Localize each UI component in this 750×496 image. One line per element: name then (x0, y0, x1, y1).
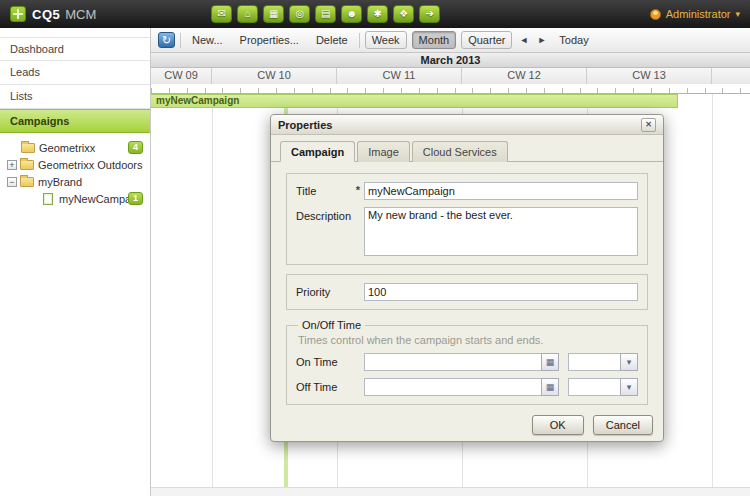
top-bar: CQ5 MCM ✉ ⌂ ▦ ◎ ▤ ☻ ✱ ❖ ➔ Administrator … (0, 0, 750, 28)
tools-icon[interactable]: ✱ (367, 5, 388, 23)
toolbar-separator (359, 33, 360, 48)
sidebar-item-campaigns[interactable]: Campaigns (0, 109, 150, 133)
tree-node-label: myBrand (38, 176, 82, 188)
priority-label: Priority (296, 283, 352, 298)
tree-node-label: Geometrixx Outdoors (38, 159, 143, 171)
tab-campaign[interactable]: Campaign (280, 141, 355, 162)
week-header: CW 13 (587, 68, 712, 84)
dialog-title: Properties (278, 119, 332, 131)
user-icon (650, 9, 661, 20)
assets-icon[interactable]: ▦ (263, 5, 284, 23)
workflow-icon[interactable]: ➔ (419, 5, 440, 23)
description-field-row: Description * My new brand - the best ev… (296, 207, 638, 256)
properties-dialog: Properties ✕ Campaign Image Cloud Servic… (270, 114, 664, 442)
tab-cloud-services[interactable]: Cloud Services (412, 141, 508, 162)
calendar-trigger-icon[interactable]: ▦ (541, 353, 559, 371)
today-button[interactable]: Today (553, 31, 594, 49)
tree-node-mybrand[interactable]: − myBrand (0, 173, 146, 190)
ontime-label: On Time (296, 353, 352, 368)
required-marker: * (352, 182, 364, 196)
offtime-date-field: ▦ (364, 378, 559, 396)
ontime-time-input[interactable] (568, 353, 620, 371)
refresh-icon[interactable]: ↻ (158, 32, 175, 48)
expand-icon[interactable]: + (7, 160, 17, 170)
prev-period-button[interactable]: ◄ (517, 33, 530, 47)
calendar-toolbar: ↻ New... Properties... Delete Week Month… (151, 28, 750, 53)
campaigns-icon[interactable]: ◎ (289, 5, 310, 23)
offtime-time-input[interactable] (568, 378, 620, 396)
new-button[interactable]: New... (186, 31, 229, 49)
count-badge: 4 (128, 141, 143, 154)
sidebar-item-lists[interactable]: Lists (0, 85, 150, 109)
ok-button[interactable]: OK (532, 415, 584, 435)
ontime-date-input[interactable] (364, 353, 541, 371)
week-header: CW 12 (462, 68, 587, 84)
toolbar-separator (180, 33, 181, 48)
quarter-button[interactable]: Quarter (461, 31, 512, 49)
offtime-date-input[interactable] (364, 378, 541, 396)
collapse-icon[interactable]: − (7, 177, 17, 187)
tree-node-geometrixx[interactable]: Geometrixx 4 (0, 139, 146, 156)
tree-node-label: myNewCampaign (59, 193, 128, 205)
brand-name: CQ5 (32, 7, 60, 22)
day-tick-ruler (151, 84, 750, 94)
campaign-doc-icon (43, 193, 53, 205)
offtime-time-combo: ▾ (568, 378, 638, 396)
month-button[interactable]: Month (412, 31, 457, 49)
description-textarea[interactable]: My new brand - the best ever. (364, 207, 638, 256)
folder-icon (21, 143, 35, 153)
week-header: CW 10 (212, 68, 337, 84)
dialog-tabs: Campaign Image Cloud Services (271, 135, 663, 162)
count-badge: 1 (128, 192, 143, 205)
sidebar-item-dashboard[interactable]: Dashboard (0, 37, 150, 61)
grid-line (212, 94, 213, 487)
user-menu[interactable]: Administrator ▾ (650, 8, 740, 20)
folder-icon (20, 160, 34, 170)
reports-icon[interactable]: ▤ (315, 5, 336, 23)
tree-node-geometrixx-outdoors[interactable]: + Geometrixx Outdoors (0, 156, 146, 173)
week-button[interactable]: Week (365, 31, 407, 49)
week-header: CW 11 (337, 68, 462, 84)
chevron-down-icon[interactable]: ▾ (620, 353, 638, 371)
tab-image[interactable]: Image (357, 141, 410, 162)
user-name: Administrator (666, 8, 731, 20)
offtime-field-row: Off Time * ▦ ▾ (296, 378, 638, 396)
chevron-down-icon[interactable]: ▾ (620, 378, 638, 396)
campaign-timeline-bar[interactable]: myNewCampaign (151, 94, 678, 108)
horizontal-scroll-track[interactable] (151, 487, 750, 496)
cancel-button[interactable]: Cancel (593, 415, 653, 435)
dialog-titlebar[interactable]: Properties ✕ (271, 115, 663, 135)
title-field-row: Title * (296, 182, 638, 200)
offtime-label: Off Time (296, 378, 352, 393)
onoff-legend: On/Off Time (298, 319, 365, 331)
ontime-time-combo: ▾ (568, 353, 638, 371)
tree-node-mynewcampaign[interactable]: myNewCampaign 1 (0, 190, 146, 207)
dialog-body: Title * Description * My new brand - the… (271, 162, 663, 405)
properties-button[interactable]: Properties... (234, 31, 305, 49)
title-input[interactable] (364, 182, 638, 200)
description-label: Description (296, 207, 352, 222)
open-folder-icon (20, 177, 34, 187)
next-period-button[interactable]: ► (535, 33, 548, 47)
onoff-time-fieldset: On/Off Time Times control when the campa… (286, 319, 648, 405)
sidebar-item-leads[interactable]: Leads (0, 61, 150, 85)
onoff-hint: Times control when the campaign starts a… (296, 334, 638, 346)
close-icon[interactable]: ✕ (641, 118, 656, 132)
websites-icon[interactable]: ⌂ (237, 5, 258, 23)
priority-input[interactable] (364, 283, 638, 301)
delete-button[interactable]: Delete (310, 31, 354, 49)
priority-fieldgroup: Priority * (286, 274, 648, 310)
campaign-tree: Geometrixx 4 + Geometrixx Outdoors − myB… (0, 133, 150, 207)
tagging-icon[interactable]: ❖ (393, 5, 414, 23)
calendar-trigger-icon[interactable]: ▦ (541, 378, 559, 396)
title-label: Title (296, 182, 352, 197)
ontime-date-field: ▦ (364, 353, 559, 371)
brand-suffix: MCM (65, 7, 96, 22)
inbox-icon[interactable]: ✉ (211, 5, 232, 23)
app-window: CQ5 MCM ✉ ⌂ ▦ ◎ ▤ ☻ ✱ ❖ ➔ Administrator … (0, 0, 750, 496)
users-icon[interactable]: ☻ (341, 5, 362, 23)
grid-line (712, 94, 713, 487)
week-header: CW 09 (151, 68, 212, 84)
ontime-field-row: On Time * ▦ ▾ (296, 353, 638, 371)
week-header-row: CW 09 CW 10 CW 11 CW 12 CW 13 (151, 68, 750, 84)
